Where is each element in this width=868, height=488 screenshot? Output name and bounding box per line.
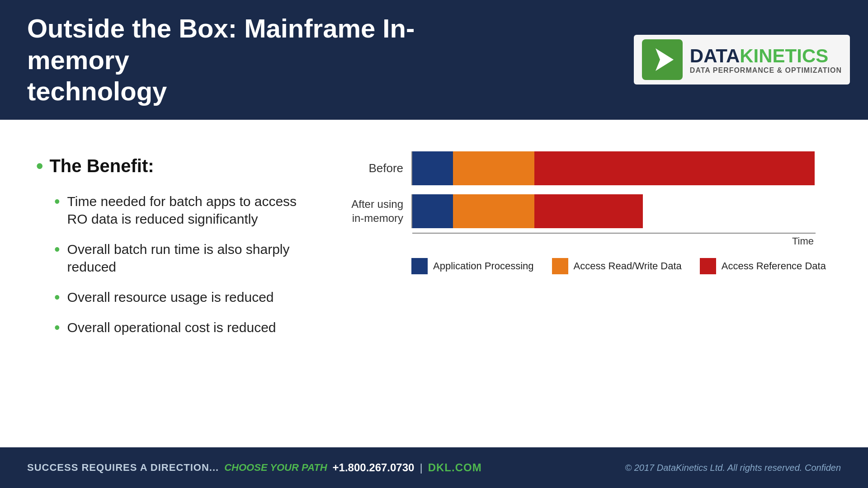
footer-phone: +1.800.267.0730 xyxy=(333,461,415,474)
after-bar xyxy=(412,194,643,228)
dot-icon-2: • xyxy=(54,241,60,258)
bullet-item-4: • Overall operational cost is reduced xyxy=(54,319,316,336)
legend-item-orange: Access Read/Write Data xyxy=(552,258,682,274)
dot-icon-4: • xyxy=(54,319,60,336)
after-bar-orange xyxy=(453,194,534,228)
dot-icon-1: • xyxy=(54,193,60,210)
before-label: Before xyxy=(344,161,411,175)
footer-tagline-static: SUCCESS REQUIRES A DIRECTION... xyxy=(27,462,219,474)
footer-tagline-highlight: CHOOSE YOUR PATH xyxy=(224,462,327,474)
after-label: After usingin-memory xyxy=(344,197,411,225)
footer: SUCCESS REQUIRES A DIRECTION... CHOOSE Y… xyxy=(0,447,868,488)
logo-subtitle: DATA PERFORMANCE & OPTIMIZATION xyxy=(690,66,842,75)
chart-container: Before After usingin-memory xyxy=(344,151,832,274)
left-panel: • The Benefit: • Time needed for batch a… xyxy=(36,147,316,349)
after-bar-red xyxy=(534,194,643,228)
dot-icon-3: • xyxy=(54,289,60,305)
legend-label-blue: Application Processing xyxy=(433,260,534,272)
chart-panel: Before After usingin-memory xyxy=(344,147,832,274)
bullet-item-1: • Time needed for batch apps to access R… xyxy=(54,192,316,228)
header: Outside the Box: Mainframe In-memory tec… xyxy=(0,0,868,120)
footer-left: SUCCESS REQUIRES A DIRECTION... CHOOSE Y… xyxy=(27,461,482,474)
legend-swatch-red xyxy=(700,258,716,274)
time-label: Time xyxy=(412,234,816,247)
svg-marker-0 xyxy=(656,48,674,71)
chart-legend: Application Processing Access Read/Write… xyxy=(411,258,832,274)
legend-item-blue: Application Processing xyxy=(411,258,534,274)
footer-copyright: © 2017 DataKinetics Ltd. All rights rese… xyxy=(625,463,841,473)
before-bar-blue xyxy=(412,151,453,185)
page-title: Outside the Box: Mainframe In-memory tec… xyxy=(27,13,434,107)
chart-after-row: After usingin-memory xyxy=(344,194,832,228)
before-bar-red xyxy=(534,151,815,185)
logo-text: DATAKINETICS DATA PERFORMANCE & OPTIMIZA… xyxy=(690,46,842,75)
before-bar xyxy=(412,151,815,185)
bullet-item-3: • Overall resource usage is reduced xyxy=(54,288,316,306)
chart-before-row: Before xyxy=(344,151,832,185)
logo-area: DATAKINETICS DATA PERFORMANCE & OPTIMIZA… xyxy=(634,35,850,84)
bullet-item-2: • Overall batch run time is also sharply… xyxy=(54,240,316,276)
legend-label-orange: Access Read/Write Data xyxy=(574,260,682,272)
main-content: • The Benefit: • Time needed for batch a… xyxy=(0,120,868,488)
bullet-icon: • xyxy=(36,156,43,176)
after-bar-blue xyxy=(412,194,453,228)
logo-icon xyxy=(642,39,683,80)
footer-separator: | xyxy=(420,461,422,474)
benefit-heading: • The Benefit: xyxy=(36,156,316,176)
chart-axis-row: Time xyxy=(344,233,832,247)
bullet-list: • Time needed for batch apps to access R… xyxy=(36,192,316,336)
legend-swatch-blue xyxy=(411,258,428,274)
legend-item-red: Access Reference Data xyxy=(700,258,826,274)
legend-label-red: Access Reference Data xyxy=(722,260,826,272)
footer-website: DKL.COM xyxy=(428,461,482,474)
before-bar-orange xyxy=(453,151,534,185)
legend-swatch-orange xyxy=(552,258,568,274)
